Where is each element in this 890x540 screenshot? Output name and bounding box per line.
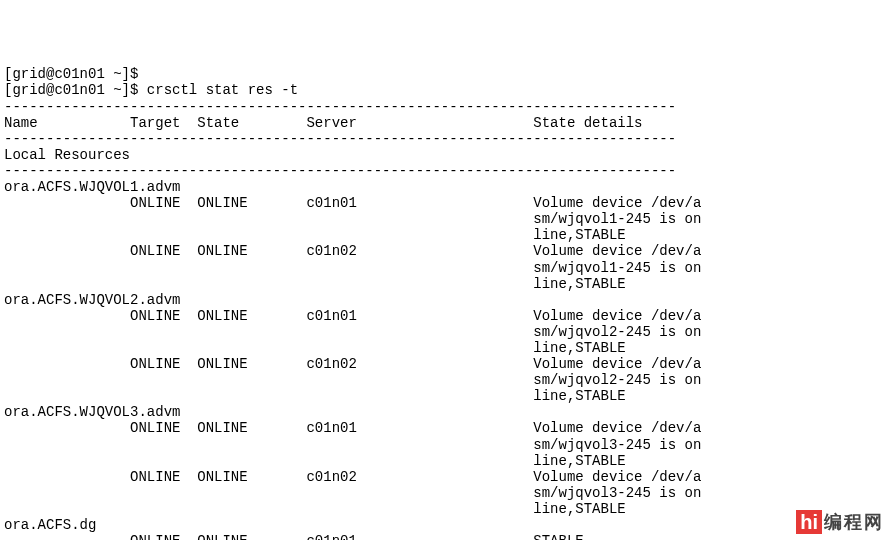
terminal-output[interactable]: [grid@c01n01 ~]$ [grid@c01n01 ~]$ crsctl… [4, 66, 886, 540]
